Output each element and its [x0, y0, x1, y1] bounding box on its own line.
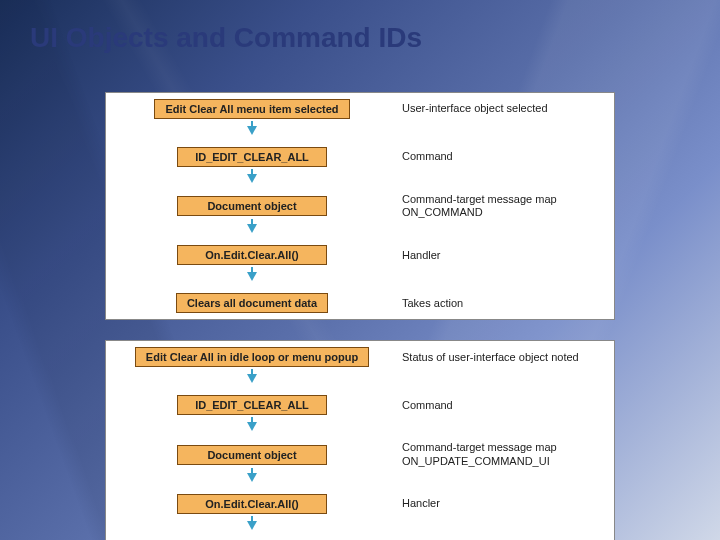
step-desc: Command-target message map ON_UPDATE_COM…	[392, 441, 608, 467]
step-desc: Command	[392, 399, 608, 412]
diagram-area: Edit Clear All menu item selected User-i…	[105, 92, 615, 540]
arrow-down-icon	[247, 473, 257, 482]
arrow-down-icon	[247, 272, 257, 281]
arrow-down-icon	[247, 174, 257, 183]
arrow-down-icon	[247, 374, 257, 383]
arrow-down-icon	[247, 422, 257, 431]
flow-step: On.Edit.Clear.All() Hancler	[112, 492, 608, 516]
step-box: Clears all document data	[176, 293, 328, 313]
step-desc: Hancler	[392, 497, 608, 510]
step-desc: Command	[392, 150, 608, 163]
step-desc: Status of user-interface object noted	[392, 351, 608, 364]
flow-step: Edit Clear All in idle loop or menu popu…	[112, 345, 608, 369]
step-desc: Handler	[392, 249, 608, 262]
step-box: Edit Clear All menu item selected	[154, 99, 349, 119]
step-box: Document object	[177, 445, 327, 465]
flow-block-update-ui: Edit Clear All in idle loop or menu popu…	[105, 340, 615, 540]
step-box: On.Edit.Clear.All()	[177, 245, 327, 265]
arrow-down-icon	[247, 126, 257, 135]
flow-block-command: Edit Clear All menu item selected User-i…	[105, 92, 615, 320]
flow-step: Edit Clear All menu item selected User-i…	[112, 97, 608, 121]
step-box: ID_EDIT_CLEAR_ALL	[177, 395, 327, 415]
flow-step: Document object Command-target message m…	[112, 193, 608, 219]
arrow-down-icon	[247, 224, 257, 233]
step-box: ID_EDIT_CLEAR_ALL	[177, 147, 327, 167]
arrow-down-icon	[247, 521, 257, 530]
flow-step: ID_EDIT_CLEAR_ALL Command	[112, 145, 608, 169]
slide-title: UI Objects and Command IDs	[30, 22, 422, 54]
flow-step: Document object Command-target message m…	[112, 441, 608, 467]
flow-step: Clears all document data Takes action	[112, 291, 608, 315]
flow-step: On.Edit.Clear.All() Handler	[112, 243, 608, 267]
step-box: Document object	[177, 196, 327, 216]
step-box: On.Edit.Clear.All()	[177, 494, 327, 514]
step-box: Edit Clear All in idle loop or menu popu…	[135, 347, 369, 367]
flow-step: ID_EDIT_CLEAR_ALL Command	[112, 393, 608, 417]
step-desc: Command-target message map ON_COMMAND	[392, 193, 608, 219]
step-desc: User-interface object selected	[392, 102, 608, 115]
step-desc: Takes action	[392, 297, 608, 310]
